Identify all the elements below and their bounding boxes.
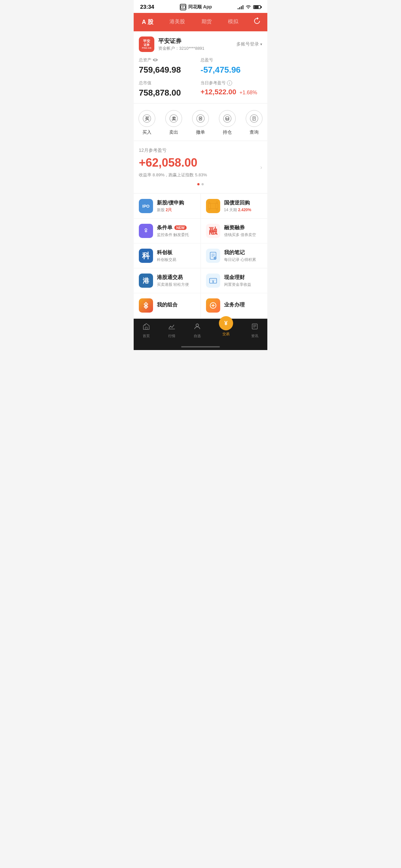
market-value: 总市值 758,878.00 [139,80,201,98]
status-time: 23:34 [140,4,154,10]
notes-desc: 每日记录 心得积累 [224,257,263,262]
service-condition[interactable]: 条件单 NEW 监控条件 触发委托 [134,219,201,244]
notes-name: 我的笔记 [224,249,263,256]
tab-futures[interactable]: 期货 [199,17,214,27]
services-section: IPO 新股/债申购 新股 2只 [134,194,267,318]
hk-stock-icon: 港 [139,274,153,288]
nav-home[interactable]: 首页 [143,322,150,338]
multi-account-button[interactable]: 多账号登录 ▾ [236,41,262,47]
home-indicator-bar [181,346,220,347]
cash-icon: ¥ [206,274,220,288]
service-portfolio[interactable]: 我的组合 [134,293,201,318]
bond-icon [206,199,220,213]
info-icon[interactable]: i [227,81,232,86]
service-business[interactable]: 业务办理 [201,293,268,318]
margin-desc: 借钱买多 借券卖空 [224,232,263,238]
svg-rect-49 [168,329,175,330]
nav-trade[interactable]: ¥ 交易 [219,319,233,338]
portfolio-icon [139,299,153,313]
action-grid: 买 买入 卖 卖出 撤单 [134,110,267,135]
market-label: 行情 [168,334,175,338]
total-assets-value: 759,649.98 [139,65,201,75]
account-section: 平安 证券 PING AN 平安证券 资金帐户：3210****8891 多账号… [134,31,267,103]
market-value-label: 总市值 [139,80,151,86]
service-margin[interactable]: 融 融资融券 借钱买多 借券卖空 [201,219,268,244]
cancel-button[interactable]: 撤单 [192,110,209,135]
bottom-indicator [134,345,267,350]
service-pair-5: 我的组合 业务办理 [134,293,267,318]
buy-button[interactable]: 买 买入 [138,110,155,135]
buy-icon: 买 [138,110,155,127]
dot-2 [202,183,204,185]
trade-icon-circle: ¥ [219,316,233,330]
notes-icon [206,249,220,263]
service-hk-stock[interactable]: 港 港股通交易 买卖港股 轻松方便 [134,268,201,293]
tab-nav: A 股 港美股 期货 模拟 [134,13,267,31]
hk-stock-name: 港股通交易 [157,274,195,281]
home-icon [143,322,150,332]
service-pair-1: IPO 新股/债申购 新股 2只 [134,194,267,219]
app-name: 同花顺 App [188,4,212,10]
nav-market[interactable]: 行情 [168,322,176,338]
tab-simulate[interactable]: 模拟 [225,17,241,27]
status-icons [238,4,261,10]
pnl-arrow-icon[interactable]: › [260,164,262,170]
service-cash[interactable]: ¥ 现金理财 闲置资金享收益 [201,268,268,293]
home-label: 首页 [143,334,150,338]
ipo-desc: 新股 2只 [157,207,195,213]
pnl-banner: 12月参考盈亏 +62,058.00 收益率 8.89%，跑赢上证指数 5.83… [134,141,267,193]
watchlist-icon [193,322,201,332]
new-badge: NEW [174,225,187,230]
query-button[interactable]: 查询 [246,110,263,135]
cancel-icon [192,110,209,127]
condition-desc: 监控条件 触发委托 [157,232,195,238]
market-icon [168,322,176,332]
dots-indicator [139,183,262,185]
nav-watchlist[interactable]: 自选 [193,322,201,338]
account-header: 平安 证券 PING AN 平安证券 资金帐户：3210****8891 多账号… [139,36,262,52]
account-name: 平安证券 [158,37,204,45]
app-icon [180,4,186,10]
status-bar: 23:34 同花顺 App [134,0,267,13]
service-notes[interactable]: 我的笔记 每日记录 心得积累 [201,244,268,268]
daily-pnl: 当日参考盈亏 i +12,522.00 +1.68% [201,80,262,98]
service-pair-2: 条件单 NEW 监控条件 触发委托 融 融资融券 借钱买多 借券卖空 [134,219,267,244]
svg-point-26 [216,209,218,211]
margin-name: 融资融券 [224,224,263,231]
trade-label: 交易 [222,332,229,337]
condition-icon [139,224,153,238]
sell-button[interactable]: 卖 卖出 [165,110,182,135]
wifi-icon [245,4,251,10]
star-board-desc: 科创板交易 [157,257,195,262]
tab-hk-us[interactable]: 港美股 [167,17,188,27]
chevron-down-icon: ▾ [260,42,262,46]
refresh-button[interactable] [252,16,262,27]
cancel-label: 撤单 [196,129,205,135]
tab-a-stock[interactable]: A 股 [139,17,156,27]
margin-icon: 融 [206,224,220,238]
position-label: 持仓 [223,129,232,135]
svg-point-13 [226,117,229,119]
service-pair-3: 科 科创板 科创板交易 我的笔记 每日记录 心得积累 [134,244,267,268]
ipo-icon: IPO [139,199,153,213]
daily-pnl-value: +12,522.00 [201,88,236,96]
service-pair-4: 港 港股通交易 买卖港股 轻松方便 ¥ 现金理财 闲置资金享收益 [134,268,267,293]
news-label: 资讯 [251,334,258,338]
pnl-subtitle: 收益率 8.89%，跑赢上证指数 5.83% [139,172,262,178]
nav-news[interactable]: 资讯 [251,322,258,338]
service-bond[interactable]: 国债逆回购 14 天期 2.420% [201,194,268,219]
svg-rect-0 [181,5,185,9]
svg-point-24 [216,202,218,204]
signal-icon [238,5,243,9]
market-value-value: 758,878.00 [139,88,201,98]
position-button[interactable]: 持仓 [219,110,236,135]
query-label: 查询 [250,129,258,135]
daily-pnl-pct: +1.68% [240,90,257,96]
dot-1 [197,183,199,185]
svg-text:买: 买 [145,116,150,121]
eye-icon[interactable] [153,58,158,63]
cash-name: 现金理财 [224,274,263,281]
service-star-board[interactable]: 科 科创板 科创板交易 [134,244,201,268]
action-section: 买 买入 卖 卖出 撤单 [134,104,267,141]
service-ipo[interactable]: IPO 新股/债申购 新股 2只 [134,194,201,219]
